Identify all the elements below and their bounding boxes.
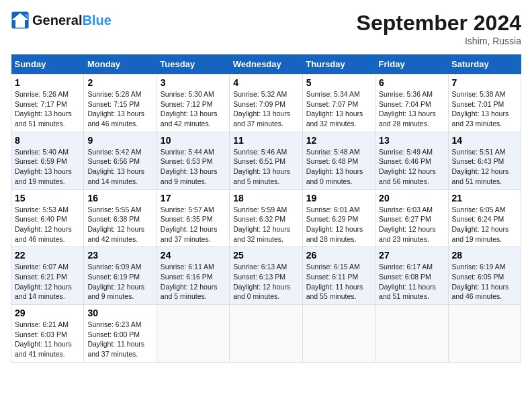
- day-number: 20: [379, 193, 444, 203]
- day-info: Sunrise: 5:34 AMSunset: 7:07 PMDaylight:…: [306, 90, 363, 128]
- day-info: Sunrise: 5:46 AMSunset: 6:51 PMDaylight:…: [233, 148, 290, 185]
- logo-icon: [11, 11, 30, 30]
- day-number: 30: [87, 308, 152, 318]
- day-number: 25: [233, 250, 298, 261]
- calendar-cell: 26 Sunrise: 6:15 AMSunset: 6:11 PMDaylig…: [302, 247, 375, 305]
- day-info: Sunrise: 5:53 AMSunset: 6:40 PMDaylight:…: [15, 205, 72, 243]
- week-row-2: 15 Sunrise: 5:53 AMSunset: 6:40 PMDaylig…: [11, 189, 521, 247]
- week-row-4: 29 Sunrise: 6:21 AMSunset: 6:03 PMDaylig…: [11, 305, 521, 363]
- calendar-cell: 20 Sunrise: 6:03 AMSunset: 6:27 PMDaylig…: [375, 189, 448, 247]
- header-cell-thursday: Thursday: [302, 54, 375, 75]
- day-number: 6: [379, 77, 444, 88]
- calendar-cell: 24 Sunrise: 6:11 AMSunset: 6:16 PMDaylig…: [157, 247, 229, 305]
- day-number: 29: [15, 308, 80, 318]
- calendar-cell: 29 Sunrise: 6:21 AMSunset: 6:03 PMDaylig…: [11, 305, 84, 363]
- day-info: Sunrise: 6:17 AMSunset: 6:08 PMDaylight:…: [379, 263, 436, 300]
- calendar-cell: 8 Sunrise: 5:40 AMSunset: 6:59 PMDayligh…: [11, 132, 84, 189]
- calendar-cell: 5 Sunrise: 5:34 AMSunset: 7:07 PMDayligh…: [302, 75, 375, 132]
- day-number: 9: [87, 135, 152, 146]
- day-info: Sunrise: 6:13 AMSunset: 6:13 PMDaylight:…: [233, 263, 290, 300]
- calendar-cell: 18 Sunrise: 5:59 AMSunset: 6:32 PMDaylig…: [230, 189, 302, 247]
- day-info: Sunrise: 5:40 AMSunset: 6:59 PMDaylight:…: [15, 148, 72, 185]
- day-info: Sunrise: 5:42 AMSunset: 6:56 PMDaylight:…: [87, 148, 144, 185]
- day-info: Sunrise: 5:49 AMSunset: 6:46 PMDaylight:…: [379, 148, 436, 185]
- calendar-cell: 13 Sunrise: 5:49 AMSunset: 6:46 PMDaylig…: [375, 132, 448, 189]
- calendar-cell: [230, 305, 302, 363]
- calendar-cell: 19 Sunrise: 6:01 AMSunset: 6:29 PMDaylig…: [302, 189, 375, 247]
- day-info: Sunrise: 6:11 AMSunset: 6:16 PMDaylight:…: [161, 263, 218, 300]
- day-number: 7: [452, 77, 517, 88]
- calendar-cell: 15 Sunrise: 5:53 AMSunset: 6:40 PMDaylig…: [11, 189, 84, 247]
- day-info: Sunrise: 5:59 AMSunset: 6:32 PMDaylight:…: [233, 205, 290, 243]
- header-cell-friday: Friday: [375, 54, 448, 75]
- day-info: Sunrise: 6:03 AMSunset: 6:27 PMDaylight:…: [379, 205, 436, 243]
- day-number: 15: [15, 193, 80, 203]
- day-number: 21: [452, 193, 517, 203]
- day-number: 1: [15, 77, 80, 88]
- day-number: 23: [87, 250, 152, 261]
- day-number: 27: [379, 250, 444, 261]
- day-info: Sunrise: 6:07 AMSunset: 6:21 PMDaylight:…: [15, 263, 72, 300]
- week-row-0: 1 Sunrise: 5:26 AMSunset: 7:17 PMDayligh…: [11, 75, 521, 132]
- day-info: Sunrise: 6:05 AMSunset: 6:24 PMDaylight:…: [452, 205, 509, 243]
- calendar-cell: 16 Sunrise: 5:55 AMSunset: 6:38 PMDaylig…: [84, 189, 157, 247]
- day-info: Sunrise: 5:44 AMSunset: 6:53 PMDaylight:…: [161, 148, 218, 185]
- calendar-cell: 3 Sunrise: 5:30 AMSunset: 7:12 PMDayligh…: [157, 75, 229, 132]
- logo: GeneralBlue: [11, 11, 112, 30]
- location: Ishim, Russia: [357, 36, 521, 46]
- page-header: GeneralBlue September 2024 Ishim, Russia: [11, 11, 521, 46]
- day-number: 10: [161, 135, 226, 146]
- header-cell-monday: Monday: [84, 54, 157, 75]
- day-info: Sunrise: 5:30 AMSunset: 7:12 PMDaylight:…: [161, 90, 218, 128]
- day-info: Sunrise: 6:01 AMSunset: 6:29 PMDaylight:…: [306, 205, 363, 243]
- calendar-cell: 27 Sunrise: 6:17 AMSunset: 6:08 PMDaylig…: [375, 247, 448, 305]
- day-number: 19: [306, 193, 371, 203]
- calendar-cell: 1 Sunrise: 5:26 AMSunset: 7:17 PMDayligh…: [11, 75, 84, 132]
- header-cell-sunday: Sunday: [11, 54, 84, 75]
- day-info: Sunrise: 6:15 AMSunset: 6:11 PMDaylight:…: [306, 263, 363, 300]
- day-number: 22: [15, 250, 80, 261]
- day-info: Sunrise: 5:32 AMSunset: 7:09 PMDaylight:…: [233, 90, 290, 128]
- day-info: Sunrise: 5:48 AMSunset: 6:48 PMDaylight:…: [306, 148, 363, 185]
- day-number: 5: [306, 77, 371, 88]
- week-row-1: 8 Sunrise: 5:40 AMSunset: 6:59 PMDayligh…: [11, 132, 521, 189]
- day-number: 4: [233, 77, 298, 88]
- day-number: 2: [87, 77, 152, 88]
- title-block: September 2024 Ishim, Russia: [357, 11, 521, 46]
- calendar-cell: 28 Sunrise: 6:19 AMSunset: 6:05 PMDaylig…: [448, 247, 521, 305]
- day-info: Sunrise: 5:38 AMSunset: 7:01 PMDaylight:…: [452, 90, 509, 128]
- header-cell-wednesday: Wednesday: [230, 54, 302, 75]
- day-number: 26: [306, 250, 371, 261]
- day-number: 11: [233, 135, 298, 146]
- calendar-cell: 9 Sunrise: 5:42 AMSunset: 6:56 PMDayligh…: [84, 132, 157, 189]
- day-info: Sunrise: 6:09 AMSunset: 6:19 PMDaylight:…: [87, 263, 144, 300]
- day-info: Sunrise: 5:26 AMSunset: 7:17 PMDaylight:…: [15, 90, 72, 128]
- day-info: Sunrise: 6:19 AMSunset: 6:05 PMDaylight:…: [452, 263, 509, 300]
- day-info: Sunrise: 6:21 AMSunset: 6:03 PMDaylight:…: [15, 320, 72, 358]
- calendar-cell: 14 Sunrise: 5:51 AMSunset: 6:43 PMDaylig…: [448, 132, 521, 189]
- day-info: Sunrise: 5:57 AMSunset: 6:35 PMDaylight:…: [161, 205, 218, 243]
- day-number: 17: [161, 193, 226, 203]
- calendar-cell: 7 Sunrise: 5:38 AMSunset: 7:01 PMDayligh…: [448, 75, 521, 132]
- calendar-cell: 10 Sunrise: 5:44 AMSunset: 6:53 PMDaylig…: [157, 132, 229, 189]
- day-number: 18: [233, 193, 298, 203]
- calendar-cell: [157, 305, 229, 363]
- calendar-cell: 12 Sunrise: 5:48 AMSunset: 6:48 PMDaylig…: [302, 132, 375, 189]
- calendar-table: SundayMondayTuesdayWednesdayThursdayFrid…: [11, 54, 521, 363]
- calendar-cell: 4 Sunrise: 5:32 AMSunset: 7:09 PMDayligh…: [230, 75, 302, 132]
- calendar-cell: [302, 305, 375, 363]
- calendar-cell: 23 Sunrise: 6:09 AMSunset: 6:19 PMDaylig…: [84, 247, 157, 305]
- day-number: 14: [452, 135, 517, 146]
- calendar-cell: [375, 305, 448, 363]
- week-row-3: 22 Sunrise: 6:07 AMSunset: 6:21 PMDaylig…: [11, 247, 521, 305]
- day-number: 3: [161, 77, 226, 88]
- calendar-cell: 6 Sunrise: 5:36 AMSunset: 7:04 PMDayligh…: [375, 75, 448, 132]
- month-title: September 2024: [357, 11, 521, 36]
- calendar-cell: 21 Sunrise: 6:05 AMSunset: 6:24 PMDaylig…: [448, 189, 521, 247]
- calendar-cell: 25 Sunrise: 6:13 AMSunset: 6:13 PMDaylig…: [230, 247, 302, 305]
- day-number: 24: [161, 250, 226, 261]
- calendar-cell: 22 Sunrise: 6:07 AMSunset: 6:21 PMDaylig…: [11, 247, 84, 305]
- header-row: SundayMondayTuesdayWednesdayThursdayFrid…: [11, 54, 521, 75]
- day-info: Sunrise: 5:28 AMSunset: 7:15 PMDaylight:…: [87, 90, 144, 128]
- calendar-cell: [448, 305, 521, 363]
